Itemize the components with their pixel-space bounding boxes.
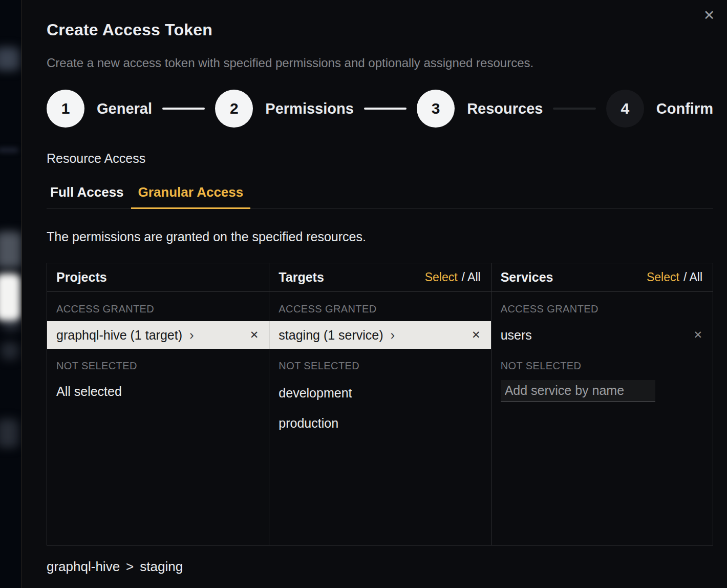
target-list-item[interactable]: production [269, 408, 490, 438]
targets-header: Targets Select / All [269, 263, 490, 292]
resource-access-heading: Resource Access [47, 151, 713, 166]
step-number: 4 [606, 90, 644, 128]
select-link[interactable]: Select [647, 270, 679, 284]
step-general[interactable]: 1 General [47, 90, 152, 128]
all-link[interactable]: / All [683, 270, 702, 284]
projects-column: Projects ACCESS GRANTED graphql-hive (1 … [47, 263, 269, 545]
step-label: Resources [467, 100, 543, 117]
resource-picker-table: Projects ACCESS GRANTED graphql-hive (1 … [47, 263, 713, 545]
targets-column: Targets Select / All ACCESS GRANTED stag… [269, 263, 490, 545]
breadcrumb-project: graphql-hive [47, 559, 120, 575]
all-link[interactable]: / All [462, 270, 481, 284]
wizard-stepper: 1 General 2 Permissions 3 Resources 4 Co… [47, 90, 713, 128]
service-label: users [501, 328, 532, 343]
stepper-connector [553, 108, 595, 110]
breadcrumb: graphql-hive > staging [47, 559, 713, 575]
services-title: Services [501, 270, 553, 285]
close-icon[interactable]: ✕ [700, 6, 718, 24]
step-confirm[interactable]: 4 Confirm [606, 90, 713, 128]
chevron-right-icon: › [189, 327, 194, 343]
step-label: General [97, 100, 152, 117]
chevron-right-icon: › [391, 327, 395, 343]
step-label: Confirm [656, 100, 713, 117]
breadcrumb-separator: > [126, 559, 134, 575]
not-selected-label: NOT SELECTED [279, 360, 481, 372]
blurred-nav-item [1, 342, 18, 360]
targets-select-all[interactable]: Select / All [425, 270, 481, 284]
select-link[interactable]: Select [425, 270, 458, 284]
services-header: Services Select / All [491, 263, 713, 292]
services-column: Services Select / All ACCESS GRANTED use… [491, 263, 713, 545]
target-selected-row[interactable]: staging (1 service) › ✕ [269, 321, 490, 349]
project-selected-row[interactable]: graphql-hive (1 target) › ✕ [47, 321, 269, 349]
access-granted-label: ACCESS GRANTED [56, 303, 260, 315]
projects-header: Projects [47, 263, 269, 292]
remove-target-icon[interactable]: ✕ [472, 329, 481, 341]
project-selected-label: graphql-hive (1 target) [56, 328, 182, 343]
service-granted-row: users ✕ [491, 321, 713, 349]
blurred-divider [0, 148, 18, 153]
services-select-all[interactable]: Select / All [647, 270, 702, 284]
access-granted-label: ACCESS GRANTED [279, 303, 481, 315]
access-mode-tabs: Full Access Granular Access [47, 180, 713, 209]
step-label: Permissions [265, 100, 353, 117]
tab-full-access[interactable]: Full Access [47, 180, 131, 209]
target-selected-label: staging (1 service) [279, 328, 383, 343]
blurred-background-app [0, 0, 22, 588]
projects-title: Projects [56, 270, 107, 285]
step-number: 1 [47, 90, 84, 128]
granular-access-note: The permissions are granted on the speci… [47, 229, 713, 244]
step-number: 3 [417, 90, 455, 128]
tab-granular-access[interactable]: Granular Access [131, 180, 251, 209]
create-access-token-modal: ✕ Create Access Token Create a new acces… [22, 0, 727, 588]
blurred-nav-item [0, 47, 19, 71]
stepper-connector [162, 108, 205, 110]
access-granted-label: ACCESS GRANTED [501, 303, 703, 315]
stepper-connector [364, 108, 407, 110]
blurred-card [0, 274, 20, 321]
modal-title: Create Access Token [47, 20, 713, 39]
not-selected-label: NOT SELECTED [501, 360, 703, 372]
add-service-input[interactable] [501, 380, 655, 402]
target-list-item[interactable]: development [269, 378, 490, 408]
remove-project-icon[interactable]: ✕ [250, 329, 259, 341]
step-permissions[interactable]: 2 Permissions [215, 90, 353, 128]
targets-title: Targets [279, 270, 324, 285]
blurred-nav-item [0, 232, 22, 268]
projects-status-text: All selected [47, 378, 269, 405]
step-number: 2 [215, 90, 253, 128]
not-selected-label: NOT SELECTED [56, 360, 260, 372]
blurred-nav-item [0, 419, 18, 448]
step-resources[interactable]: 3 Resources [417, 90, 543, 128]
remove-service-icon[interactable]: ✕ [693, 329, 702, 341]
modal-description: Create a new access token with specified… [47, 56, 713, 70]
breadcrumb-target: staging [140, 559, 183, 575]
